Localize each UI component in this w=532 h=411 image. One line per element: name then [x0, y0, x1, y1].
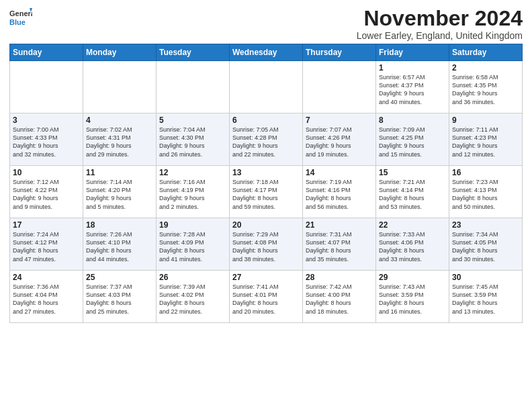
day-number: 25 — [86, 273, 153, 282]
day-info: Sunrise: 7:12 AM Sunset: 4:22 PM Dayligh… — [13, 178, 80, 211]
day-info: Sunrise: 7:02 AM Sunset: 4:31 PM Dayligh… — [86, 126, 153, 158]
month-title: November 2024 — [357, 7, 523, 30]
day-number: 30 — [452, 273, 519, 282]
table-row — [83, 61, 157, 113]
day-info: Sunrise: 7:26 AM Sunset: 4:10 PM Dayligh… — [86, 230, 153, 263]
table-row: 2Sunrise: 6:58 AM Sunset: 4:35 PM Daylig… — [449, 61, 523, 113]
day-number: 16 — [452, 168, 519, 177]
table-row: 1Sunrise: 6:57 AM Sunset: 4:37 PM Daylig… — [376, 61, 449, 113]
table-row: 14Sunrise: 7:19 AM Sunset: 4:16 PM Dayli… — [303, 166, 376, 218]
day-number: 7 — [306, 116, 373, 125]
day-info: Sunrise: 7:34 AM Sunset: 4:05 PM Dayligh… — [452, 230, 519, 263]
day-number: 18 — [86, 220, 153, 230]
day-info: Sunrise: 7:45 AM Sunset: 3:59 PM Dayligh… — [452, 283, 519, 316]
table-row: 15Sunrise: 7:21 AM Sunset: 4:14 PM Dayli… — [376, 166, 449, 218]
header-tuesday: Tuesday — [157, 44, 230, 61]
table-row: 25Sunrise: 7:37 AM Sunset: 4:03 PM Dayli… — [83, 271, 157, 323]
day-info: Sunrise: 7:14 AM Sunset: 4:20 PM Dayligh… — [86, 178, 153, 211]
table-row: 8Sunrise: 7:09 AM Sunset: 4:25 PM Daylig… — [376, 113, 449, 166]
table-row: 17Sunrise: 7:24 AM Sunset: 4:12 PM Dayli… — [10, 218, 83, 271]
day-info: Sunrise: 7:00 AM Sunset: 4:33 PM Dayligh… — [13, 126, 80, 158]
table-row: 9Sunrise: 7:11 AM Sunset: 4:23 PM Daylig… — [449, 113, 523, 166]
day-info: Sunrise: 7:09 AM Sunset: 4:25 PM Dayligh… — [379, 126, 446, 158]
table-row: 29Sunrise: 7:43 AM Sunset: 3:59 PM Dayli… — [376, 271, 449, 323]
logo-svg: General Blue — [9, 7, 32, 30]
day-number: 13 — [232, 168, 300, 177]
day-info: Sunrise: 7:36 AM Sunset: 4:04 PM Dayligh… — [13, 283, 80, 316]
day-info: Sunrise: 7:16 AM Sunset: 4:19 PM Dayligh… — [159, 178, 226, 211]
day-number: 15 — [379, 168, 446, 177]
day-info: Sunrise: 7:19 AM Sunset: 4:16 PM Dayligh… — [306, 178, 373, 211]
table-row — [230, 61, 303, 113]
day-number: 17 — [13, 220, 80, 230]
day-number: 1 — [379, 63, 446, 73]
day-number: 4 — [86, 116, 153, 125]
table-row: 19Sunrise: 7:28 AM Sunset: 4:09 PM Dayli… — [157, 218, 230, 271]
header-thursday: Thursday — [303, 44, 376, 61]
day-info: Sunrise: 7:31 AM Sunset: 4:07 PM Dayligh… — [306, 230, 373, 263]
table-row: 5Sunrise: 7:04 AM Sunset: 4:30 PM Daylig… — [157, 113, 230, 166]
header-monday: Monday — [83, 44, 157, 61]
table-row — [303, 61, 376, 113]
svg-text:General: General — [9, 9, 32, 17]
table-row: 28Sunrise: 7:42 AM Sunset: 4:00 PM Dayli… — [303, 271, 376, 323]
table-row: 18Sunrise: 7:26 AM Sunset: 4:10 PM Dayli… — [83, 218, 157, 271]
table-row: 12Sunrise: 7:16 AM Sunset: 4:19 PM Dayli… — [157, 166, 230, 218]
table-row — [157, 61, 230, 113]
table-row: 23Sunrise: 7:34 AM Sunset: 4:05 PM Dayli… — [449, 218, 523, 271]
table-row: 30Sunrise: 7:45 AM Sunset: 3:59 PM Dayli… — [449, 271, 523, 323]
day-number: 6 — [232, 116, 300, 125]
day-info: Sunrise: 7:29 AM Sunset: 4:08 PM Dayligh… — [232, 230, 300, 263]
title-block: November 2024 Lower Earley, England, Uni… — [357, 7, 523, 41]
day-number: 10 — [13, 168, 80, 177]
day-number: 21 — [306, 220, 373, 230]
table-row: 13Sunrise: 7:18 AM Sunset: 4:17 PM Dayli… — [230, 166, 303, 218]
table-row: 3Sunrise: 7:00 AM Sunset: 4:33 PM Daylig… — [10, 113, 83, 166]
day-info: Sunrise: 6:58 AM Sunset: 4:35 PM Dayligh… — [452, 73, 519, 106]
table-row: 11Sunrise: 7:14 AM Sunset: 4:20 PM Dayli… — [83, 166, 157, 218]
day-info: Sunrise: 7:11 AM Sunset: 4:23 PM Dayligh… — [452, 126, 519, 158]
table-row: 24Sunrise: 7:36 AM Sunset: 4:04 PM Dayli… — [10, 271, 83, 323]
day-number: 29 — [379, 273, 446, 282]
table-row: 26Sunrise: 7:39 AM Sunset: 4:02 PM Dayli… — [157, 271, 230, 323]
day-number: 24 — [13, 273, 80, 282]
calendar: Sunday Monday Tuesday Wednesday Thursday… — [9, 44, 523, 323]
table-row: 27Sunrise: 7:41 AM Sunset: 4:01 PM Dayli… — [230, 271, 303, 323]
day-info: Sunrise: 7:23 AM Sunset: 4:13 PM Dayligh… — [452, 178, 519, 211]
table-row: 4Sunrise: 7:02 AM Sunset: 4:31 PM Daylig… — [83, 113, 157, 166]
day-number: 8 — [379, 116, 446, 125]
day-info: Sunrise: 7:37 AM Sunset: 4:03 PM Dayligh… — [86, 283, 153, 316]
day-number: 26 — [159, 273, 226, 282]
day-info: Sunrise: 7:21 AM Sunset: 4:14 PM Dayligh… — [379, 178, 446, 211]
day-info: Sunrise: 7:41 AM Sunset: 4:01 PM Dayligh… — [232, 283, 300, 316]
header-wednesday: Wednesday — [230, 44, 303, 61]
day-info: Sunrise: 7:18 AM Sunset: 4:17 PM Dayligh… — [232, 178, 300, 211]
table-row: 22Sunrise: 7:33 AM Sunset: 4:06 PM Dayli… — [376, 218, 449, 271]
day-info: Sunrise: 7:33 AM Sunset: 4:06 PM Dayligh… — [379, 230, 446, 263]
day-info: Sunrise: 7:43 AM Sunset: 3:59 PM Dayligh… — [379, 283, 446, 316]
day-number: 19 — [159, 220, 226, 230]
table-row — [10, 61, 83, 113]
day-number: 12 — [159, 168, 226, 177]
day-info: Sunrise: 6:57 AM Sunset: 4:37 PM Dayligh… — [379, 73, 446, 106]
table-row: 7Sunrise: 7:07 AM Sunset: 4:26 PM Daylig… — [303, 113, 376, 166]
header-friday: Friday — [376, 44, 449, 61]
day-number: 22 — [379, 220, 446, 230]
day-info: Sunrise: 7:07 AM Sunset: 4:26 PM Dayligh… — [306, 126, 373, 158]
table-row: 10Sunrise: 7:12 AM Sunset: 4:22 PM Dayli… — [10, 166, 83, 218]
day-number: 27 — [232, 273, 300, 282]
table-row: 20Sunrise: 7:29 AM Sunset: 4:08 PM Dayli… — [230, 218, 303, 271]
calendar-header-row: Sunday Monday Tuesday Wednesday Thursday… — [10, 44, 523, 61]
day-number: 3 — [13, 116, 80, 125]
day-info: Sunrise: 7:42 AM Sunset: 4:00 PM Dayligh… — [306, 283, 373, 316]
header-sunday: Sunday — [10, 44, 83, 61]
day-info: Sunrise: 7:05 AM Sunset: 4:28 PM Dayligh… — [232, 126, 300, 158]
day-info: Sunrise: 7:24 AM Sunset: 4:12 PM Dayligh… — [13, 230, 80, 263]
table-row: 21Sunrise: 7:31 AM Sunset: 4:07 PM Dayli… — [303, 218, 376, 271]
day-info: Sunrise: 7:04 AM Sunset: 4:30 PM Dayligh… — [159, 126, 226, 158]
day-number: 14 — [306, 168, 373, 177]
day-number: 9 — [452, 116, 519, 125]
day-number: 11 — [86, 168, 153, 177]
table-row: 16Sunrise: 7:23 AM Sunset: 4:13 PM Dayli… — [449, 166, 523, 218]
day-info: Sunrise: 7:28 AM Sunset: 4:09 PM Dayligh… — [159, 230, 226, 263]
